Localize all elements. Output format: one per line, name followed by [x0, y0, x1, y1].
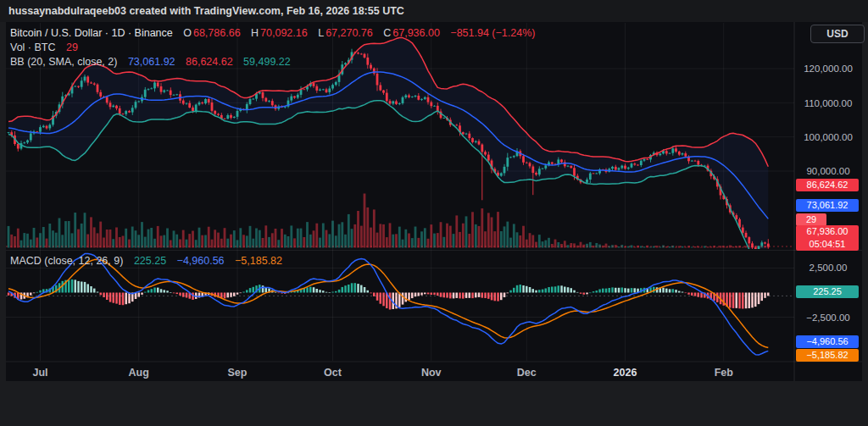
macd-tick: 2,500.00 [796, 262, 860, 274]
tradingview-snapshot: hussaynabdulraqeeb03 created with Tradin… [0, 0, 868, 426]
macd-line-badge: −4,960.56 [796, 335, 859, 348]
bb-upper-badge: 86,624.62 [796, 179, 859, 191]
legend: Bitcoin / U.S. Dollar · 1D · Binance O68… [10, 26, 535, 69]
time-axis-label: Jul [20, 367, 61, 379]
time-axis-label: Sep [217, 367, 258, 379]
price-tick: 120,000.00 [796, 63, 860, 75]
macd-tick: −2,500.00 [796, 312, 860, 324]
bb-upper-value: 86,624.62 [186, 56, 233, 68]
close-value: 67,936.00 [392, 27, 440, 39]
macd-signal-value: −5,185.82 [235, 255, 282, 267]
macd-line-value: −4,960.56 [177, 255, 225, 267]
time-axis-label: Aug [119, 367, 159, 379]
price-tick: 110,000.00 [796, 97, 860, 109]
macd-row: MACD (close, 12, 26, 9) 225.25 −4,960.56… [10, 255, 282, 267]
open-label: O [183, 27, 192, 39]
macd-hist-badge: 225.25 [796, 285, 859, 298]
footer-bar: TradingView [0, 381, 868, 426]
symbol-row: Bitcoin / U.S. Dollar · 1D · Binance O68… [10, 26, 535, 41]
price-axis[interactable]: USD 120,000.00 110,000.00 100,000.00 90,… [794, 22, 868, 381]
bar-countdown: 05:04:51 [796, 238, 859, 251]
volume-value: 29 [66, 41, 78, 53]
bb-label[interactable]: BB (20, SMA, close, 2) [10, 56, 117, 68]
bb-basis-value: 73,061.92 [128, 56, 175, 68]
volume-badge: 29 [796, 213, 826, 226]
time-axis-label: Feb [704, 367, 744, 379]
bb-row: BB (20, SMA, close, 2) 73,061.92 86,624.… [10, 55, 535, 69]
last-price-badge: 67,936.00 05:04:51 [796, 225, 859, 251]
symbol-title[interactable]: Bitcoin / U.S. Dollar · 1D · Binance [10, 27, 173, 39]
last-price-value: 67,936.00 [796, 225, 859, 238]
time-axis[interactable]: JulAugSepOctNovDec2026Feb [6, 362, 794, 381]
bb-basis-badge: 73,061.92 [796, 199, 859, 212]
macd-label[interactable]: MACD (close, 12, 26, 9) [10, 255, 123, 267]
time-axis-label: Nov [411, 367, 452, 379]
volume-row: Vol · BTC 29 [10, 41, 535, 55]
macd-signal-badge: −5,185.82 [796, 349, 859, 362]
volume-label[interactable]: Vol · BTC [10, 41, 56, 53]
high-value: 70,092.16 [260, 27, 308, 39]
time-axis-label: 2026 [605, 367, 646, 379]
close-label: C [383, 27, 391, 39]
macd-hist-value: 225.25 [134, 255, 166, 267]
change-value: −851.94 (−1.24%) [450, 27, 535, 39]
bb-lower-value: 59,499.22 [243, 56, 291, 68]
time-axis-label: Oct [313, 367, 353, 379]
time-axis-label: Dec [506, 367, 547, 379]
price-tick: 90,000.00 [796, 165, 860, 177]
price-tick: 100,000.00 [796, 131, 860, 143]
high-label: H [251, 27, 259, 39]
open-value: 68,786.66 [193, 27, 241, 39]
low-value: 67,270.76 [326, 27, 373, 39]
low-label: L [318, 27, 324, 39]
currency-button[interactable]: USD [810, 25, 865, 43]
